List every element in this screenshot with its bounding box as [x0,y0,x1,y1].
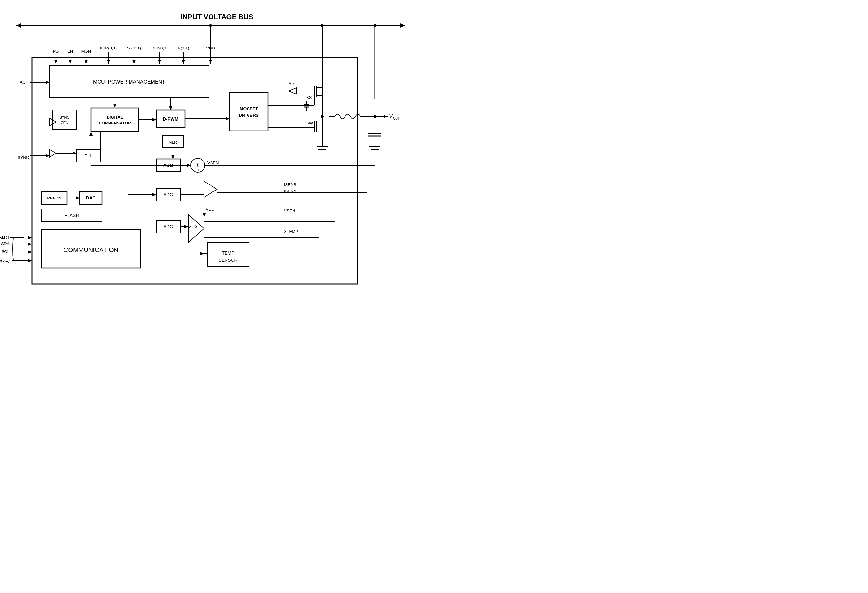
mgn-label: MGN [81,49,91,53]
sync-gen-label: SYNC [60,115,69,119]
svg-point-132 [320,24,324,27]
digital-comp-label2: COMPENSATOR [99,121,131,126]
plus-sign: + [197,168,199,173]
sw-label: SW [306,121,313,126]
input-voltage-bus-label: INPUT VOLTAGE BUS [180,13,253,21]
vr-label: VR [289,81,294,86]
dpwm-label: D-PWM [163,117,179,121]
vout-label: V [389,114,393,119]
dac-label: DAC [86,195,96,200]
sync-gen-label2: GEN [61,121,68,124]
digital-comp-label: DIGITAL [106,115,123,120]
pg-label: PG [53,49,59,53]
mosfet-label: MOSFET [239,106,258,111]
svg-point-135 [373,115,376,118]
v01-label: V(0,1) [178,46,189,50]
ss-label: SS(0,1) [127,46,141,50]
sda-label: SDA [1,241,10,246]
refcn-label: REFCN [47,196,62,200]
mosfet-label2: DRIVERS [239,113,259,118]
adc3-label: ADC [163,224,173,229]
en-label: EN [67,49,73,53]
vsen1-label: VSEN [207,161,218,165]
ilim-label: ILIM(0,1) [100,46,117,50]
nlr-label: NLR [169,140,177,145]
vsen2-label: VSEN [284,209,295,213]
flash-label: FLASH [65,213,79,218]
salrt-label: SALRT [0,235,10,240]
vout-subscript: OUT [393,117,400,120]
vdd-mux-label: VDD [206,207,214,211]
bst-label: BST [306,95,314,100]
temp-sensor-label2: SENSOR [218,257,237,263]
communication-label: COMMUNICATION [63,246,118,253]
adc2-label: ADC [163,192,173,197]
xtemp-label: XTEMP [284,229,298,234]
scl-label: SCL [1,249,10,254]
sync-label: SYNC [18,155,29,160]
dly-label: DLY(0,1) [151,46,167,50]
sum-junction: Σ [196,163,199,168]
tach-label: TACH [18,80,28,84]
minus-sign: - [204,161,205,165]
sa-label: SA(0,1) [0,258,10,263]
mcu-power-label: MCU- POWER MANAGEMENT [93,79,165,84]
mux-label: MUX [188,224,198,229]
temp-sensor-label: TEMP [222,251,235,256]
